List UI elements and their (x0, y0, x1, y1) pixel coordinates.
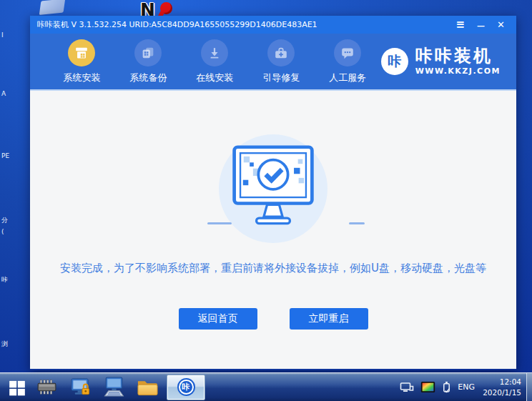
brand-text: 咔咔装机 WWW.KKZJ.COM (415, 47, 501, 76)
brand-url: WWW.KKZJ.COM (415, 66, 501, 76)
clock-date: 2020/1/15 (481, 387, 521, 397)
backup-copies-icon (134, 39, 162, 66)
monitor-check-icon (220, 143, 327, 232)
desktop-icon-label-fragment: 浏 (1, 340, 8, 348)
desktop-folder-icon[interactable] (39, 0, 66, 15)
titlebar[interactable]: 咔咔装机 V 3.1.532.254 URID:A5C84DD9A1655055… (30, 16, 516, 34)
download-icon (201, 39, 228, 66)
windows-logo-icon (8, 378, 26, 397)
desktop-icon-label-fragment: I (1, 31, 4, 39)
red-key-icon (160, 2, 172, 14)
desktop-icon-label-fragment: A (1, 90, 6, 98)
window-controls: ≡ — ✕ (456, 19, 516, 30)
nav-label: 人工服务 (329, 71, 366, 84)
decor-dash-left (207, 222, 232, 224)
desktop-icon-label-fragment: PE (1, 152, 9, 160)
nav-item-system-backup[interactable]: 系统备份 (115, 39, 182, 84)
nav-item-online-install[interactable]: 在线安装 (182, 39, 248, 84)
installer-window: 咔咔装机 V 3.1.532.254 URID:A5C84DD9A1655055… (30, 16, 516, 370)
toolbox-icon (267, 39, 295, 66)
folder-icon[interactable] (131, 373, 164, 401)
success-illustration (219, 134, 327, 243)
kaka-app-icon: 咔 (177, 378, 195, 396)
desktop-icon-label-fragment: 咔 (1, 276, 8, 284)
taskbar: 咔 E (0, 372, 532, 401)
decor-dash-right (349, 222, 365, 224)
chat-bubble-icon (334, 39, 361, 66)
main-content: 安装完成，为了不影响系统部署，重启前请将外接设备拔掉，例如U盘，移动硬盘，光盘等… (30, 91, 516, 369)
display-color-icon[interactable] (420, 381, 435, 393)
desktop-icon-label-fragment: ( (1, 228, 4, 236)
menu-icon[interactable]: ≡ (456, 19, 466, 30)
language-indicator[interactable]: ENG (458, 382, 475, 392)
monitor-keyboard-icon[interactable] (97, 373, 131, 401)
nav-bar: 系统安装 系统备份 (30, 34, 516, 91)
nav-item-system-install[interactable]: 系统安装 (49, 39, 115, 84)
show-desktop-button[interactable] (526, 373, 532, 401)
nav-item-live-support[interactable]: 人工服务 (315, 39, 381, 84)
desktop-icon-label-fragment: 分 (1, 217, 8, 224)
brand-circle-icon: 咔 (381, 48, 408, 75)
restart-now-button[interactable]: 立即重启 (290, 308, 368, 330)
return-home-button[interactable]: 返回首页 (179, 308, 257, 330)
nav-label: 系统备份 (129, 71, 167, 84)
brand-title: 咔咔装机 (415, 47, 501, 64)
desktop: N I A PE 分 ( 咔 浏 咔咔装机 V 3.1.532.254 URID… (0, 0, 532, 401)
kaka-taskbar-button[interactable]: 咔 (167, 375, 205, 400)
start-button[interactable] (4, 373, 30, 401)
minimize-button[interactable]: — (477, 22, 485, 30)
clock-time: 12:04 (481, 377, 521, 387)
button-row: 返回首页 立即重启 (30, 308, 516, 330)
nav-label: 系统安装 (63, 71, 100, 84)
nav-label: 在线安装 (196, 71, 233, 84)
usb-eject-icon[interactable] (442, 381, 451, 393)
system-tray: ENG 12:04 2020/1/15 (400, 373, 526, 401)
status-message: 安装完成，为了不影响系统部署，重启前请将外接设备拔掉，例如U盘，移动硬盘，光盘等 (30, 262, 516, 275)
window-title: 咔咔装机 V 3.1.532.254 URID:A5C84DD9A1655055… (30, 19, 456, 30)
monitor-lock-icon[interactable] (64, 373, 97, 401)
clock[interactable]: 12:04 2020/1/15 (481, 377, 523, 397)
brand-logo: 咔 咔咔装机 WWW.KKZJ.COM (381, 47, 516, 76)
nav-item-boot-repair[interactable]: 引导修复 (248, 39, 315, 84)
nav-label: 引导修复 (262, 71, 300, 84)
install-box-icon (68, 39, 95, 66)
cpu-chip-icon[interactable] (30, 373, 64, 401)
network-icon[interactable] (400, 382, 414, 393)
close-button[interactable]: ✕ (497, 20, 505, 29)
